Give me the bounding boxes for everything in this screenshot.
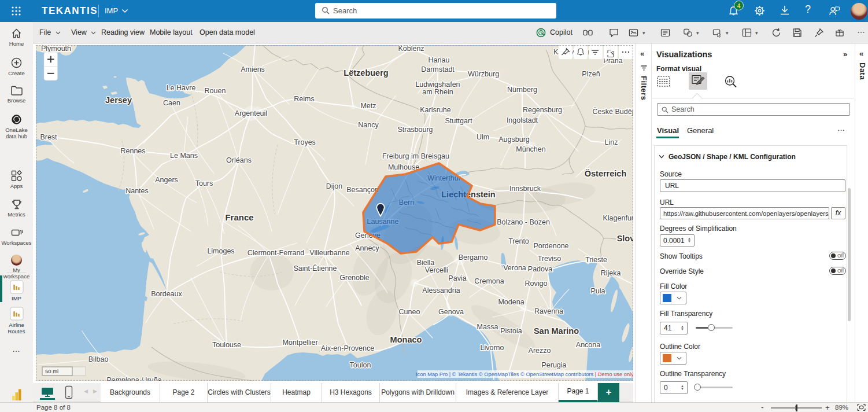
svg-text:Regensburg: Regensburg: [523, 106, 562, 114]
svg-text:Livorno: Livorno: [481, 344, 504, 352]
svg-text:Cuneo: Cuneo: [399, 308, 420, 316]
svg-text:Strasbourg: Strasbourg: [397, 126, 433, 134]
svg-text:Lëtzebuerg: Lëtzebuerg: [343, 68, 388, 78]
svg-text:France: France: [225, 212, 253, 222]
svg-text:Perugia: Perugia: [541, 361, 566, 369]
svg-text:Vercelli: Vercelli: [425, 266, 448, 274]
svg-text:Angers: Angers: [155, 176, 178, 184]
svg-text:Rennes: Rennes: [120, 147, 145, 155]
svg-text:České Buděj: České Buděj: [593, 107, 633, 116]
svg-text:Karlsruhe: Karlsruhe: [420, 106, 451, 114]
svg-text:Besançon: Besançon: [346, 186, 379, 194]
svg-text:Bilbao: Bilbao: [88, 355, 109, 363]
svg-text:Bordeaux: Bordeaux: [151, 290, 182, 298]
svg-text:Limoges: Limoges: [207, 247, 234, 255]
svg-text:Pordenone: Pordenone: [533, 242, 568, 250]
svg-text:Trento: Trento: [508, 237, 529, 245]
svg-text:Trieste: Trieste: [585, 256, 607, 264]
svg-text:Darmstadt: Darmstadt: [421, 65, 455, 73]
svg-text:Monaco: Monaco: [390, 335, 422, 344]
svg-text:Dijon: Dijon: [326, 182, 343, 190]
svg-text:Tours: Tours: [195, 179, 213, 187]
svg-text:Icon Map Pro | © Tekantis © Op: Icon Map Pro | © Tekantis © OpenMapTiles…: [416, 371, 633, 377]
svg-text:Villeurbanne: Villeurbanne: [309, 249, 349, 257]
svg-text:Biella: Biella: [417, 259, 435, 267]
svg-text:Le Mans: Le Mans: [170, 152, 198, 160]
svg-text:Treviso: Treviso: [538, 255, 562, 263]
svg-text:Padova: Padova: [528, 265, 552, 273]
svg-text:Verona: Verona: [503, 264, 526, 272]
svg-text:Hanau: Hanau: [429, 56, 450, 64]
svg-text:Massa: Massa: [477, 323, 498, 331]
svg-text:Toulon: Toulon: [350, 361, 371, 369]
svg-text:Jersey: Jersey: [105, 95, 132, 105]
svg-text:Ancona: Ancona: [576, 341, 600, 349]
svg-text:Annecy: Annecy: [355, 244, 379, 252]
svg-text:Argenteuil: Argenteuil: [235, 109, 267, 117]
svg-text:Caen: Caen: [163, 99, 180, 107]
svg-text:München: München: [516, 145, 545, 153]
svg-text:Ingolstadt: Ingolstadt: [507, 116, 538, 124]
svg-text:Plzeň: Plzeň: [582, 70, 600, 78]
svg-text:Brest: Brest: [40, 133, 57, 141]
svg-text:Würzburg: Würzburg: [468, 70, 499, 78]
svg-text:Metz: Metz: [360, 102, 376, 110]
svg-text:Aix-en-Provence: Aix-en-Provence: [321, 344, 374, 352]
svg-text:Ulm: Ulm: [477, 133, 489, 141]
svg-text:Bergamo: Bergamo: [459, 253, 488, 262]
svg-text:Alessandria: Alessandria: [422, 286, 460, 295]
svg-text:Orléans: Orléans: [226, 156, 252, 164]
svg-text:50 mi: 50 mi: [45, 368, 58, 374]
svg-text:Österreich: Österreich: [585, 169, 627, 178]
svg-text:Montpellier: Montpellier: [282, 339, 317, 347]
svg-text:Troyes: Troyes: [294, 138, 316, 146]
svg-text:Augsburg: Augsburg: [498, 135, 530, 144]
svg-text:Klagenfurt: Klagenfurt: [603, 214, 633, 222]
svg-text:Rouen: Rouen: [205, 87, 226, 95]
svg-text:Amiens: Amiens: [241, 65, 265, 73]
svg-text:Slove: Slove: [617, 234, 633, 243]
svg-text:Grenoble: Grenoble: [339, 274, 369, 282]
svg-text:Linz: Linz: [605, 138, 618, 146]
svg-text:Toulouse: Toulouse: [212, 341, 241, 349]
svg-text:Stuttgart: Stuttgart: [445, 117, 472, 125]
svg-text:Clermont-Ferrand: Clermont-Ferrand: [248, 249, 305, 257]
svg-text:Koblenz: Koblenz: [398, 45, 424, 53]
svg-text:am Rhein: am Rhein: [422, 88, 453, 96]
svg-text:Freiburg im Breisgau: Freiburg im Breisgau: [382, 152, 449, 160]
svg-text:Plymouth: Plymouth: [41, 45, 71, 53]
svg-text:Nancy: Nancy: [358, 121, 379, 129]
svg-text:Le Havre: Le Havre: [167, 84, 196, 92]
svg-text:Rovigo: Rovigo: [525, 279, 548, 288]
svg-text:Innsbruck: Innsbruck: [509, 185, 541, 193]
svg-text:Pistoia: Pistoia: [500, 327, 522, 335]
svg-text:Genova: Genova: [438, 308, 464, 316]
svg-text:Ravenna: Ravenna: [534, 307, 563, 315]
svg-text:Pavia: Pavia: [448, 274, 466, 282]
svg-text:Arezzo: Arezzo: [529, 347, 551, 355]
svg-text:Nürnberg: Nürnberg: [507, 86, 537, 94]
svg-text:Bolzano - Bozen: Bolzano - Bozen: [497, 218, 550, 226]
svg-text:Pula: Pula: [590, 287, 605, 295]
svg-text:Nantes: Nantes: [125, 187, 149, 195]
svg-text:Modena: Modena: [498, 298, 524, 306]
svg-text:Ludwigshafen: Ludwigshafen: [415, 80, 460, 89]
svg-text:Rijeka: Rijeka: [601, 269, 621, 277]
svg-text:Cremona: Cremona: [474, 277, 504, 285]
svg-text:Reims: Reims: [294, 95, 314, 103]
svg-text:Saint-Étienne: Saint-Étienne: [293, 264, 337, 273]
svg-text:San Marino: San Marino: [534, 326, 579, 336]
